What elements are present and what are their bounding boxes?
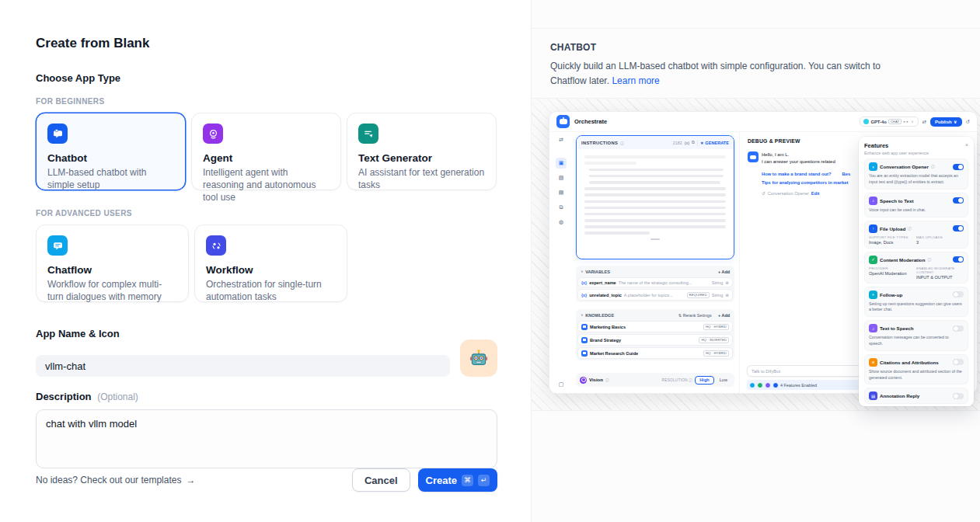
pages-icon: ⧉ — [556, 202, 567, 213]
resolution-high-button: High — [695, 376, 713, 385]
card-desc: AI assistant for text generation tasks — [358, 167, 485, 192]
choose-app-type-label: Choose App Type — [36, 72, 497, 84]
card-text-generator[interactable]: Text Generator AI assistant for text gen… — [347, 113, 497, 190]
knowledge-doc-icon — [581, 324, 588, 330]
variable-type-icon: ⊗ — [725, 293, 729, 298]
app-name-row — [36, 339, 497, 377]
card-chatflow[interactable]: Chatflow Workflow for complex multi-turn… — [36, 224, 189, 302]
info-icon: ⓘ — [620, 141, 624, 145]
preview-pane: CHATBOT Quickly build an LLM-based chatb… — [531, 0, 980, 522]
citations-icon: ≡ — [869, 358, 877, 367]
opener-icon: ↺ — [762, 191, 766, 196]
retrieval-badge: HQ · HYBRID — [703, 350, 729, 357]
card-agent[interactable]: Agent Intelligent agent with reasoning a… — [191, 113, 341, 190]
create-app-modal: Create from Blank Choose App Type FOR BE… — [0, 0, 531, 522]
swap-icon: ⇄ — [556, 134, 567, 145]
card-workflow[interactable]: Workflow Orchestration for single-turn a… — [194, 224, 347, 302]
card-desc: Workflow for complex multi-turn dialogue… — [47, 279, 177, 304]
toggle-on — [953, 164, 964, 170]
agent-icon — [203, 124, 223, 144]
bot-avatar-icon — [748, 151, 759, 162]
variable-tag-icon: {x} — [581, 293, 587, 298]
variable-row: {x} unrelated_topic A placeholder for to… — [577, 289, 733, 301]
robot-emoji-icon — [468, 347, 490, 369]
mini-features-enabled-bar: 4 Features Enabled — [747, 380, 863, 390]
knowledge-row: Marketing Basics HQ · HYBRID — [577, 321, 733, 332]
resize-handle — [650, 238, 660, 240]
variables-icon: {x} — [685, 141, 689, 145]
vision-icon — [580, 377, 587, 384]
description-label-row: Description (Optional) — [36, 391, 497, 402]
toggle-on — [953, 197, 964, 204]
mini-model-selector: GPT-4o CHAT ●● ∨ — [860, 117, 919, 127]
feature-file-upload: ↑ File Upload ⓘ SUPPORT FILE TYPESImage,… — [864, 221, 968, 249]
mini-vision-row: Vision ⓘ RESOLUTION ⓘ High Low — [576, 373, 734, 387]
annotation-reply-icon: ▤ — [869, 392, 877, 400]
panel-icon: ▣ — [556, 158, 567, 169]
feature-dot-icon — [772, 382, 779, 388]
learn-more-link[interactable]: Learn more — [612, 75, 659, 86]
copy-icon: ⧉ — [692, 140, 695, 145]
mini-left-toolbar: ⇄ ▣ ▨ ▤ ⧉ ◍ ▢ — [549, 132, 573, 393]
required-badge: REQUIRED — [687, 292, 710, 298]
card-title: Chatflow — [47, 264, 177, 276]
rerank-settings-button: ⇅ Rerank Settings — [678, 313, 712, 318]
toggle-off — [953, 291, 964, 298]
preview-top-strip — [532, 0, 980, 29]
generate-button: ★GENERATE — [700, 141, 729, 145]
follow-up-icon: ◗ — [869, 291, 877, 299]
feature-annotation-reply: ▤ Annotation Reply — [864, 388, 968, 404]
for-advanced-users-label: FOR ADVANCED USERS — [36, 209, 497, 218]
knowledge-row: Brand Strategy HQ · INVERTED — [577, 334, 733, 346]
description-optional-label: (Optional) — [97, 392, 138, 402]
image-icon: ▨ — [556, 172, 567, 183]
preview-hatched-area: Orchestrate GPT-4o CHAT ●● ∨ ⇄ Publish∨ … — [532, 98, 980, 411]
create-button[interactable]: Create ⌘ ↵ — [418, 468, 497, 492]
description-textarea[interactable]: chat with vllm model — [36, 409, 497, 468]
card-title: Text Generator — [358, 152, 485, 164]
preview-heading: CHATBOT — [550, 42, 961, 53]
app-icon-picker[interactable] — [460, 339, 497, 377]
preview-description: Quickly build an LLM-based chatbot with … — [550, 59, 884, 88]
file-upload-icon: ↑ — [869, 224, 877, 233]
description-label: Description — [36, 391, 92, 402]
variable-row: {x} expert_name The name of the strategi… — [577, 277, 733, 287]
caret-down-icon: ∨ — [581, 313, 584, 317]
variable-tag-icon: {x} — [581, 280, 587, 285]
feature-dot-icon — [757, 382, 763, 388]
instructions-skeleton — [577, 149, 734, 235]
mini-features-panel: Features × Enhance web app user experien… — [859, 137, 974, 406]
text-to-speech-icon: ♪ — [869, 324, 877, 332]
caret-down-icon: ∨ — [581, 270, 584, 273]
workflow-icon — [206, 235, 226, 256]
card-chatbot[interactable]: Chatbot LLM-based chatbot with simple se… — [36, 113, 186, 190]
toggle-on — [953, 256, 964, 263]
card-title: Workflow — [206, 264, 336, 276]
feature-speech-to-text: ♪ Speech to Text Voice input can be used… — [864, 193, 968, 218]
add-knowledge-button: + Add — [718, 313, 730, 318]
mini-publish-button: Publish∨ — [930, 117, 962, 127]
info-icon: ⓘ — [605, 378, 609, 382]
globe-icon: ◍ — [556, 217, 567, 228]
feature-content-moderation: ✓ Content Moderation ⓘ PROVIDEROpenAI Mo… — [864, 252, 968, 284]
toggle-on — [953, 225, 964, 231]
card-desc: Intelligent agent with reasoning and aut… — [203, 167, 330, 204]
mini-knowledge-section: ∨ KNOWLEDGE ⇅ Rerank Settings + Add Mark… — [576, 309, 734, 360]
card-desc: Orchestration for single-turn automation… — [206, 279, 336, 304]
history-icon: ↺ — [966, 119, 970, 125]
modal-title: Create from Blank — [36, 36, 497, 51]
app-name-input[interactable] — [36, 355, 450, 377]
card-title: Agent — [203, 152, 330, 164]
templates-link[interactable]: No ideas? Check out our templates → — [36, 475, 195, 485]
chevron-down-icon: ∨ — [911, 120, 914, 124]
toggle-off — [953, 359, 964, 365]
cancel-button[interactable]: Cancel — [352, 468, 410, 492]
conversation-opener-icon: ◖ — [869, 162, 877, 171]
beginner-cards-row: Chatbot LLM-based chatbot with simple se… — [36, 113, 497, 190]
advanced-cards-row: Chatflow Workflow for complex multi-turn… — [36, 224, 497, 302]
info-icon: ⓘ — [908, 227, 912, 231]
content-moderation-icon: ✓ — [869, 256, 877, 264]
app-preview-screenshot: Orchestrate GPT-4o CHAT ●● ∨ ⇄ Publish∨ … — [549, 111, 978, 394]
knowledge-doc-icon — [581, 350, 588, 357]
swap-model-icon: ⇄ — [922, 119, 926, 125]
